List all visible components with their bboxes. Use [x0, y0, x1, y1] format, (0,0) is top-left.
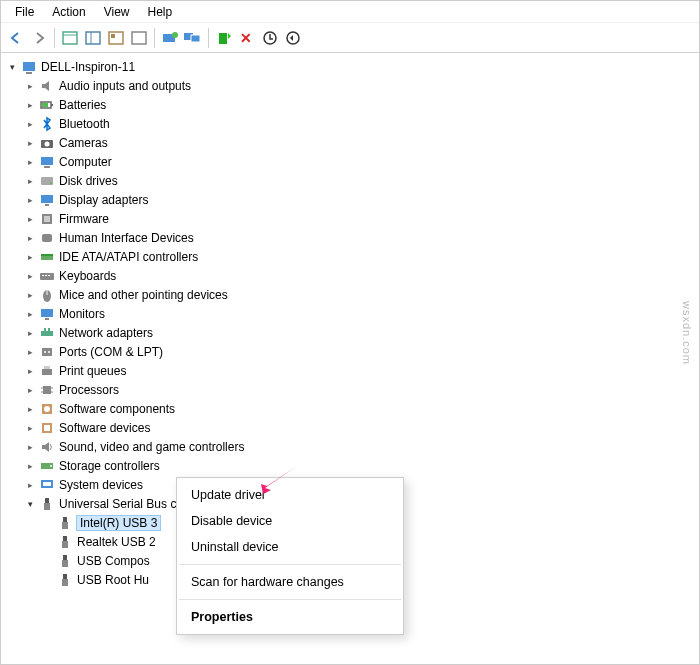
expand-icon[interactable]: ▸ [23, 383, 37, 397]
category-node[interactable]: ▸Computer [3, 152, 697, 171]
toolbar-disable-button[interactable]: ✕ [236, 27, 258, 49]
context-menu-scan-for-hardware-changes[interactable]: Scan for hardware changes [177, 569, 403, 595]
category-node[interactable]: ▸Batteries [3, 95, 697, 114]
menu-action[interactable]: Action [44, 3, 93, 21]
toolbar-update-button[interactable] [159, 27, 181, 49]
swcomp-icon [39, 401, 55, 417]
category-node[interactable]: ▸Storage controllers [3, 456, 697, 475]
toolbar-monitors-button[interactable] [182, 27, 204, 49]
context-menu-properties[interactable]: Properties [177, 604, 403, 630]
tree-label: Storage controllers [59, 459, 166, 473]
expand-icon[interactable]: ▸ [23, 288, 37, 302]
toolbar: ✕ [1, 23, 699, 53]
category-node[interactable]: ▸Bluetooth [3, 114, 697, 133]
expand-icon[interactable]: ▸ [23, 326, 37, 340]
category-node[interactable]: ▸Disk drives [3, 171, 697, 190]
category-node[interactable]: ▸Audio inputs and outputs [3, 76, 697, 95]
expand-icon[interactable]: ▸ [23, 117, 37, 131]
expand-icon[interactable]: ▸ [23, 212, 37, 226]
tree-label: Network adapters [59, 326, 159, 340]
expand-icon[interactable]: ▸ [23, 421, 37, 435]
expand-icon[interactable]: ▸ [23, 440, 37, 454]
expand-icon[interactable]: ▸ [23, 155, 37, 169]
toolbar-frame2-button[interactable] [82, 27, 104, 49]
tree-label: Computer [59, 155, 118, 169]
svg-rect-48 [44, 366, 50, 369]
menu-view[interactable]: View [96, 3, 138, 21]
expand-icon[interactable]: ▸ [23, 174, 37, 188]
menu-file[interactable]: File [7, 3, 42, 21]
category-node[interactable]: ▸Mice and other pointing devices [3, 285, 697, 304]
category-node[interactable]: ▸IDE ATA/ATAPI controllers [3, 247, 697, 266]
expand-icon[interactable]: ▸ [23, 79, 37, 93]
svg-rect-57 [44, 425, 50, 431]
svg-rect-49 [43, 386, 51, 394]
toolbar-enable-button[interactable] [213, 27, 235, 49]
display-icon [39, 192, 55, 208]
svg-rect-0 [63, 32, 77, 44]
tree-label: System devices [59, 478, 149, 492]
expand-icon[interactable]: ▸ [23, 364, 37, 378]
category-node[interactable]: ▸Human Interface Devices [3, 228, 697, 247]
tree-label: Software devices [59, 421, 156, 435]
svg-rect-6 [132, 32, 146, 44]
category-node[interactable]: ▸Ports (COM & LPT) [3, 342, 697, 361]
expand-icon[interactable]: ▸ [23, 459, 37, 473]
tree-label: Mice and other pointing devices [59, 288, 234, 302]
toolbar-separator [208, 28, 209, 48]
expand-icon[interactable]: ▸ [23, 345, 37, 359]
svg-rect-11 [219, 33, 227, 44]
toolbar-frame4-button[interactable] [128, 27, 150, 49]
tree-label: Software components [59, 402, 181, 416]
network-icon [39, 325, 55, 341]
expand-icon[interactable]: ▸ [23, 136, 37, 150]
svg-rect-63 [44, 503, 50, 510]
svg-rect-43 [48, 328, 50, 331]
firmware-icon [39, 211, 55, 227]
tree-label: Audio inputs and outputs [59, 79, 197, 93]
context-menu-update-driver[interactable]: Update driver [177, 482, 403, 508]
expand-icon[interactable]: ▸ [23, 307, 37, 321]
expand-icon[interactable]: ▸ [23, 269, 37, 283]
toolbar-uninstall-button[interactable] [259, 27, 281, 49]
collapse-icon[interactable]: ▾ [23, 497, 37, 511]
expand-icon[interactable]: ▸ [23, 478, 37, 492]
category-node[interactable]: ▸Software components [3, 399, 697, 418]
svg-rect-39 [41, 309, 53, 317]
expand-icon[interactable]: ▸ [23, 193, 37, 207]
toolbar-back-button[interactable] [5, 27, 27, 49]
category-node[interactable]: ▸Cameras [3, 133, 697, 152]
usb-icon [39, 496, 55, 512]
category-node[interactable]: ▸Network adapters [3, 323, 697, 342]
category-node[interactable]: ▸Keyboards [3, 266, 697, 285]
menu-help[interactable]: Help [140, 3, 181, 21]
toolbar-frame1-button[interactable] [59, 27, 81, 49]
tree-label: Cameras [59, 136, 114, 150]
swdev-icon [39, 420, 55, 436]
root-computer-node[interactable]: ▾DELL-Inspiron-11 [3, 57, 697, 76]
expand-icon[interactable]: ▸ [23, 98, 37, 112]
svg-rect-23 [44, 166, 50, 168]
expand-icon[interactable]: ▸ [23, 250, 37, 264]
svg-rect-40 [45, 318, 49, 320]
category-node[interactable]: ▸Print queues [3, 361, 697, 380]
context-menu-uninstall-device[interactable]: Uninstall device [177, 534, 403, 560]
svg-rect-65 [62, 522, 68, 529]
toolbar-forward-button[interactable] [28, 27, 50, 49]
expand-icon[interactable]: ▸ [23, 402, 37, 416]
collapse-icon[interactable]: ▾ [5, 60, 19, 74]
category-node[interactable]: ▸Processors [3, 380, 697, 399]
category-node[interactable]: ▸Monitors [3, 304, 697, 323]
tree-label: Print queues [59, 364, 132, 378]
toolbar-frame3-button[interactable] [105, 27, 127, 49]
audio-icon [39, 78, 55, 94]
watermark: wsxdn.com [681, 301, 693, 365]
toolbar-scan-button[interactable] [282, 27, 304, 49]
disk-icon [39, 173, 55, 189]
category-node[interactable]: ▸Software devices [3, 418, 697, 437]
expand-icon[interactable]: ▸ [23, 231, 37, 245]
category-node[interactable]: ▸Display adapters [3, 190, 697, 209]
category-node[interactable]: ▸Firmware [3, 209, 697, 228]
context-menu-disable-device[interactable]: Disable device [177, 508, 403, 534]
category-node[interactable]: ▸Sound, video and game controllers [3, 437, 697, 456]
